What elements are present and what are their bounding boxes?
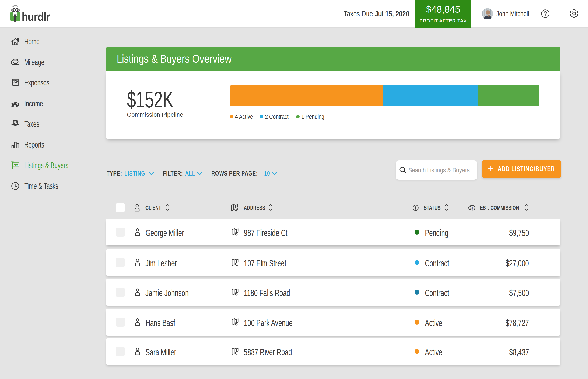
svg-text:$: $ (15, 80, 17, 83)
svg-text:hurdlr: hurdlr (22, 10, 50, 23)
svg-text:SALE: SALE (14, 164, 18, 166)
svg-text:$: $ (472, 206, 473, 210)
